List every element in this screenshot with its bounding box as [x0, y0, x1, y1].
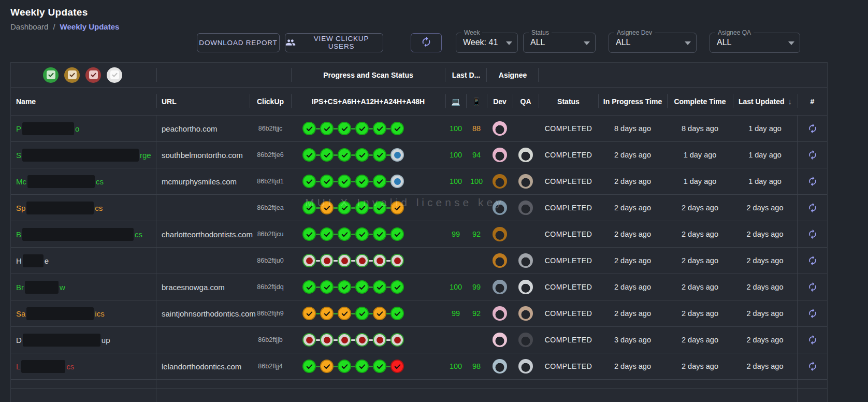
scan-status-connector: [386, 339, 390, 341]
site-name-link[interactable]: Mccs: [11, 168, 156, 194]
last-updated-time: 2 days ago: [733, 327, 798, 353]
site-name-suffix: rge: [140, 151, 151, 160]
redaction-bar: [27, 175, 95, 188]
column-header-label: IPS+CS+A6H+A12H+A24H+A48H: [312, 97, 425, 106]
scan-status-icon-g: [355, 307, 369, 320]
site-name-link[interactable]: Lcs: [11, 353, 156, 379]
desktop-score: 99: [445, 300, 466, 326]
refresh-button[interactable]: [411, 33, 442, 52]
dev-avatar-cell: [487, 221, 513, 247]
row-refresh-button[interactable]: [805, 306, 820, 321]
column-header-in_progress[interactable]: In Progress Time: [598, 88, 667, 115]
row-refresh-button[interactable]: [805, 148, 820, 162]
last-updated-time: 1 day ago: [733, 142, 798, 168]
scan-status-chain: [291, 142, 445, 168]
scan-status-icon-rd: [373, 333, 386, 347]
scan-status-icon-g: [320, 122, 334, 135]
column-header-complete[interactable]: Complete Time: [667, 88, 733, 115]
column-header-qa[interactable]: QA: [513, 88, 539, 115]
site-name-link[interactable]: Srge: [11, 142, 156, 168]
amber-check-filter[interactable]: [64, 67, 80, 83]
status-value: COMPLETED: [539, 300, 598, 326]
row-refresh-cell: [798, 327, 827, 353]
row-refresh-button[interactable]: [805, 227, 820, 241]
scan-status-icon-g: [355, 201, 369, 214]
scan-status-icon-g: [373, 175, 386, 188]
filter-select-week[interactable]: WeekWeek: 41: [456, 33, 518, 53]
qa-avatar-cell: [513, 168, 539, 194]
status-value: COMPLETED: [539, 142, 598, 168]
scan-status-icon-o: [390, 201, 404, 214]
scan-status-connector: [316, 339, 320, 341]
complete-time: 2 days ago: [667, 248, 733, 274]
site-name-link[interactable]: Bcs: [11, 221, 156, 247]
column-header-mobile[interactable]: 📱: [466, 88, 487, 115]
column-header-clickup[interactable]: ClickUp: [250, 88, 291, 115]
in-progress-time: 8 days ago: [598, 116, 667, 141]
dev-avatar-cell: [487, 142, 513, 168]
scan-status-connector: [334, 207, 338, 209]
column-header-status[interactable]: Status: [539, 88, 598, 115]
sort-descending-icon[interactable]: ↓: [788, 97, 792, 106]
column-header-refresh[interactable]: #: [798, 88, 827, 115]
chevron-down-icon: [788, 41, 794, 45]
scan-status-icon-g: [338, 175, 351, 188]
scan-status-icon-g: [320, 280, 334, 294]
red-check-filter[interactable]: [85, 67, 101, 83]
site-name-link[interactable]: Spcs: [11, 195, 156, 221]
qa-avatar-cell: [513, 221, 539, 247]
filter-select-status[interactable]: StatusALL: [523, 33, 596, 53]
row-refresh-button[interactable]: [805, 333, 820, 347]
view-clickup-users-button[interactable]: VIEW CLICKUP USERS: [285, 33, 383, 52]
in-progress-time: 2 days ago: [598, 353, 667, 379]
site-name-link[interactable]: Dup: [11, 327, 156, 353]
in-progress-time: 2 days ago: [598, 142, 667, 168]
row-refresh-button[interactable]: [805, 200, 820, 215]
scan-status-chain: [291, 248, 445, 274]
site-name-link[interactable]: Po: [11, 116, 156, 141]
table-body: Popeachortho.com86b2ftjjc10088COMPLETED8…: [11, 116, 827, 380]
site-url: bracesnowga.com: [156, 274, 250, 300]
site-name-link[interactable]: Brw: [11, 274, 156, 300]
gray-check-filter[interactable]: [107, 67, 122, 83]
column-header-last_updated[interactable]: Last Updated↓: [733, 88, 798, 115]
column-header-desktop[interactable]: 💻: [445, 88, 466, 115]
scan-status-connector: [316, 181, 320, 182]
row-refresh-button[interactable]: [805, 280, 820, 294]
row-refresh-button[interactable]: [805, 174, 820, 189]
last-updated-time: 1 day ago: [733, 168, 798, 194]
scan-status-icon-g: [338, 360, 351, 373]
desktop-score: 100: [445, 168, 466, 194]
row-refresh-cell: [798, 168, 827, 194]
filter-select-asignee-dev[interactable]: Asignee DevALL: [609, 33, 697, 53]
download-report-button[interactable]: DOWNLOAD REPORT: [197, 33, 280, 52]
row-refresh-button[interactable]: [805, 121, 820, 136]
green-check-filter[interactable]: [43, 67, 59, 83]
filter-select-asignee-qa[interactable]: Asignee QAALL: [710, 33, 800, 53]
column-header-scan[interactable]: IPS+CS+A6H+A12H+A24H+A48H: [291, 88, 445, 115]
site-name-link[interactable]: Saics: [11, 300, 156, 326]
site-url: southbelmontortho.com: [156, 142, 250, 168]
row-refresh-button[interactable]: [805, 359, 820, 374]
scan-status-icon-rd: [338, 254, 351, 267]
table-row: Brwbracesnowga.com86b2ftjdq10099COMPLETE…: [11, 274, 827, 300]
qa-avatar-cell: [513, 327, 539, 353]
status-value: COMPLETED: [539, 327, 598, 353]
scan-status-icon-g: [302, 280, 316, 294]
column-header-dev[interactable]: Dev: [487, 88, 513, 115]
row-refresh-button[interactable]: [805, 253, 820, 268]
breadcrumb-dashboard[interactable]: Dashboard: [10, 22, 48, 31]
complete-time: 2 days ago: [667, 195, 733, 221]
dev-avatar: [493, 227, 507, 241]
scan-status-connector: [369, 286, 373, 288]
scan-status-chain: [291, 300, 445, 326]
site-name-link[interactable]: He: [11, 248, 156, 274]
row-refresh-cell: [798, 221, 827, 247]
scan-status-connector: [386, 260, 390, 262]
scan-status-connector: [316, 260, 320, 262]
column-header-name[interactable]: Name: [11, 88, 156, 115]
column-header-url[interactable]: URL: [156, 88, 250, 115]
column-header-label: 📱: [472, 97, 481, 106]
mobile-score: 99: [466, 274, 487, 300]
group-asignee: Asignee: [487, 63, 539, 87]
